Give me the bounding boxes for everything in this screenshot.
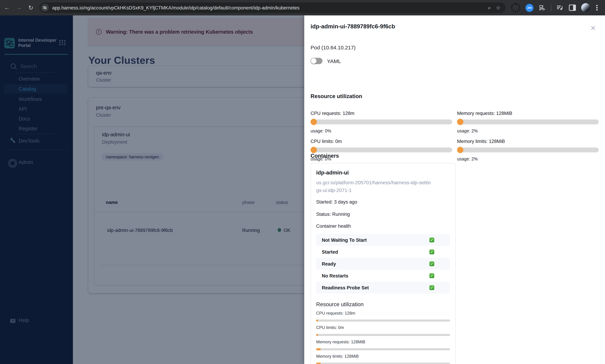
container-resource-heading: Resource utilization — [316, 301, 364, 308]
metric-label: CPU requests: 128m — [316, 311, 355, 316]
extensions-puzzle-icon[interactable] — [539, 4, 546, 11]
check-icon: ✓ — [429, 249, 434, 254]
address-bar[interactable]: app.harness.io/ng/account/vpCkHKsDSxK9_K… — [39, 2, 505, 13]
health-row: Not Waiting To Start ✓ — [316, 234, 450, 246]
container-status: Status: Running — [316, 212, 350, 217]
bar-fill — [316, 320, 318, 322]
bar-fill — [316, 363, 321, 364]
browser-menu-icon[interactable] — [596, 5, 597, 11]
pod-subtitle: Pod (10.64.10.217) — [311, 44, 355, 51]
bar-fill — [311, 119, 317, 125]
health-label: Readiness Probe Set — [322, 285, 369, 290]
close-icon[interactable]: ✕ — [590, 25, 596, 32]
cpu-requests-bar-small — [316, 320, 450, 322]
check-icon: ✓ — [429, 273, 434, 278]
container-health-heading: Container health — [316, 223, 351, 229]
metric-usage: usage: 2% — [457, 156, 599, 162]
site-settings-icon[interactable] — [41, 4, 49, 12]
zoom-extension-icon[interactable]: zm — [526, 4, 534, 12]
toggle-knob — [311, 58, 316, 64]
metric-label: CPU limits: 0m — [316, 325, 344, 330]
side-panel-icon[interactable] — [569, 5, 576, 11]
yaml-toggle[interactable] — [311, 58, 322, 64]
cpu-limits-bar — [311, 147, 452, 152]
check-icon: ✓ — [429, 237, 434, 242]
cpu-limits-bar-small — [316, 334, 450, 336]
metric-usage: usage: 2% — [457, 129, 599, 134]
toolbar-divider — [551, 4, 551, 11]
media-controls-icon[interactable] — [557, 5, 564, 11]
cpu-requests-bar — [311, 119, 452, 124]
find-zoom-icon[interactable]: ⌕ — [488, 5, 491, 11]
health-label: Not Waiting To Start — [322, 237, 367, 243]
bookmark-star-icon[interactable]: ☆ — [496, 5, 500, 11]
bar-fill — [316, 348, 321, 350]
container-started: Started: 3 days ago — [316, 199, 357, 205]
url-text[interactable]: app.harness.io/ng/account/vpCkHKsDSxK9_K… — [52, 5, 488, 10]
container-image: us.gcr.io/platform-205701/harness/harnes… — [316, 179, 432, 194]
memory-requests-bar-small — [316, 348, 450, 350]
metric-label: Memory limits: 128MiB — [316, 354, 359, 359]
bar-fill — [311, 147, 317, 153]
health-row: Ready ✓ — [316, 258, 450, 270]
page: Internal Developer Portal Search Overvie… — [0, 15, 605, 364]
bar-fill — [316, 334, 318, 336]
check-icon: ✓ — [429, 261, 434, 266]
check-icon: ✓ — [429, 285, 434, 290]
metric-label: Memory requests: 128MiB — [316, 339, 365, 344]
yaml-toggle-row: YAML — [311, 58, 341, 64]
bar-fill — [457, 119, 463, 125]
bar-fill — [457, 147, 463, 153]
yaml-toggle-label: YAML — [327, 58, 341, 64]
container-name: idp-admin-ui — [316, 169, 349, 176]
health-label: Ready — [322, 261, 336, 266]
metrics-column-right: Memory requests: 128MiB usage: 2% Memory… — [457, 106, 599, 162]
container-card: idp-admin-ui us.gcr.io/platform-205701/h… — [311, 163, 456, 364]
pod-details-drawer: idp-admin-ui-7889789fc6-9f6cb ✕ Pod (10.… — [304, 15, 605, 364]
tune-icon — [43, 6, 47, 10]
memory-limits-bar — [457, 147, 599, 152]
browser-toolbar: ← → ↻ app.harness.io/ng/account/vpCkHKsD… — [0, 0, 605, 15]
metric-label: Memory limits: 128MiB — [457, 139, 599, 144]
health-row: No Restarts ✓ — [316, 270, 450, 282]
health-row: Readiness Probe Set ✓ — [316, 282, 450, 294]
resource-utilization-heading: Resource utilization — [311, 93, 362, 100]
forward-icon[interactable]: → — [14, 3, 24, 13]
metric-label: CPU requests: 128m — [311, 111, 452, 116]
metric-usage: usage: 0% — [311, 129, 452, 134]
extension-spinner-icon[interactable] — [511, 3, 520, 12]
memory-limits-bar-small — [316, 363, 450, 364]
health-label: Started — [322, 249, 338, 255]
container-health-table: Not Waiting To Start ✓ Started ✓ Ready ✓… — [316, 234, 450, 294]
containers-heading: Containers — [311, 153, 339, 159]
metric-label: Memory requests: 128MiB — [457, 111, 599, 116]
memory-requests-bar — [457, 119, 599, 124]
metric-label: CPU limits: 0m — [311, 139, 452, 144]
reload-icon[interactable]: ↻ — [26, 3, 36, 13]
screen: ← → ↻ app.harness.io/ng/account/vpCkHKsD… — [0, 0, 605, 364]
drawer-title: idp-admin-ui-7889789fc6-9f6cb — [311, 23, 395, 30]
back-icon[interactable]: ← — [2, 3, 12, 13]
browser-profile-avatar[interactable] — [581, 3, 590, 12]
health-row: Started ✓ — [316, 246, 450, 258]
health-label: No Restarts — [322, 273, 348, 278]
